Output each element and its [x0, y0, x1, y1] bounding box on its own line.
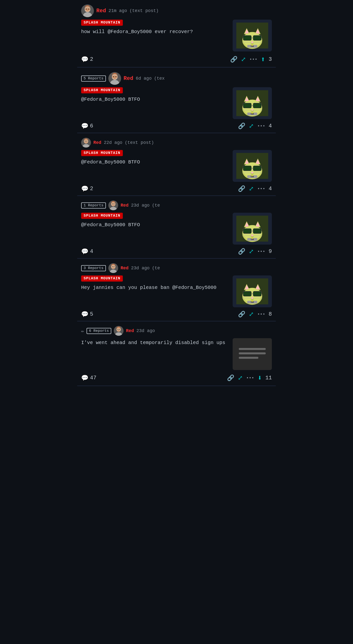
topic-tag[interactable]: SPLASH MOUNTAIN [81, 213, 123, 219]
post-actions: 💬 4 🔗 ⤢ ••• 9 [81, 248, 272, 255]
post-thumbnail: CIA [233, 87, 272, 119]
actions-right: 🔗 ⤢ ••• 9 [238, 248, 272, 255]
svg-point-73 [251, 112, 254, 114]
link-icon[interactable]: 🔗 [238, 248, 246, 255]
username[interactable]: Red [120, 266, 128, 270]
comment-icon[interactable]: 💬 [81, 248, 88, 255]
svg-point-129 [114, 266, 114, 267]
avatar [108, 263, 118, 273]
topic-tag[interactable]: SPLASH MOUNTAIN [81, 276, 123, 282]
upvote-icon[interactable]: ⬆ [261, 55, 265, 64]
more-icon[interactable]: ••• [249, 57, 257, 62]
report-badge: 5 Reports [81, 76, 106, 82]
username[interactable]: Red [94, 140, 101, 145]
post-actions: 💬 5 🔗 ⤢ ••• 8 [81, 311, 272, 318]
post-card-6: ✏️ 6 Reports Red 23d ago I've went ahead… [77, 322, 276, 386]
svg-point-118 [251, 234, 253, 236]
post-card-4: 1 Reports Red 23d ago (te SPLASH MOUNTAI… [77, 196, 276, 258]
post-header: 3 Reports Red 23d ago (te [81, 263, 272, 273]
post-actions: 💬 47 🔗 ⤢ ••• ⬇ 11 [81, 374, 272, 382]
comment-icon[interactable]: 💬 [81, 374, 88, 382]
post-text-area: I've went ahead and temporarily disabled… [81, 338, 230, 346]
comment-count: 47 [90, 375, 96, 381]
post-thumbnail: CIA [233, 276, 272, 307]
post-card-1: Red 21m ago (text post) SPLASH MOUNTAIN … [77, 0, 276, 67]
svg-point-92 [251, 172, 253, 173]
post-card-3: Red 22d ago (text post) SPLASH MOUNTAIN … [77, 133, 276, 196]
svg-point-76 [85, 141, 86, 142]
comment-action[interactable]: 💬 2 [81, 185, 93, 192]
post-actions: 💬 6 🔗 ⤢ ••• 4 [81, 122, 272, 130]
vote-count: 4 [269, 123, 272, 129]
vote-count: 9 [269, 248, 272, 254]
post-text: how will @Fedora_Boy5000 ever recover? [81, 28, 230, 36]
actions-right: 🔗 ⤢ ••• 4 [238, 122, 272, 130]
svg-rect-91 [254, 166, 261, 170]
post-body: SPLASH MOUNTAIN @Fedora_Boy5000 BTFO [81, 213, 272, 244]
username[interactable]: Red [124, 76, 133, 82]
avatar [81, 4, 94, 17]
more-icon[interactable]: ••• [257, 186, 265, 192]
actions-right: 🔗 ⤢ ••• 4 [238, 185, 272, 192]
expand-icon[interactable]: ⤢ [249, 122, 254, 130]
post-text-area: SPLASH MOUNTAIN @Fedora_Boy5000 BTFO [81, 150, 230, 166]
username[interactable]: Red [126, 328, 134, 333]
comment-icon[interactable]: 💬 [81, 56, 88, 63]
more-icon[interactable]: ••• [257, 312, 265, 317]
link-icon[interactable]: 🔗 [238, 185, 246, 192]
post-body: SPLASH MOUNTAIN Hey jannies can you plea… [81, 276, 272, 307]
expand-icon[interactable]: ⤢ [238, 374, 243, 382]
svg-point-103 [114, 204, 114, 204]
topic-tag[interactable]: SPLASH MOUNTAIN [81, 87, 123, 93]
avatar [108, 72, 121, 85]
post-header: ✏️ 6 Reports Red 23d ago [81, 326, 272, 336]
post-body: I've went ahead and temporarily disabled… [81, 338, 272, 370]
link-icon[interactable]: 🔗 [238, 311, 246, 318]
expand-icon[interactable]: ⤢ [249, 248, 254, 255]
expand-icon[interactable]: ⤢ [249, 311, 254, 318]
comment-icon[interactable]: 💬 [81, 311, 88, 318]
svg-point-127 [111, 265, 116, 269]
vote-count: 8 [269, 311, 272, 317]
svg-rect-90 [244, 166, 251, 170]
post-text: Hey jannies can you please ban @Fedora_B… [81, 284, 230, 291]
comment-icon[interactable]: 💬 [81, 122, 88, 130]
vote-count: 3 [269, 56, 272, 62]
post-text: I've went ahead and temporarily disabled… [81, 339, 230, 346]
actions-right: 🔗 ⤢ ••• ⬆ 3 [230, 55, 272, 64]
link-icon[interactable]: 🔗 [227, 374, 234, 382]
svg-point-75 [84, 139, 88, 144]
comment-action[interactable]: 💬 4 [81, 248, 93, 255]
more-icon[interactable]: ••• [257, 124, 265, 129]
comment-action[interactable]: 💬 47 [81, 374, 96, 382]
actions-right: 🔗 ⤢ ••• 8 [238, 311, 272, 318]
comment-action[interactable]: 💬 6 [81, 122, 93, 130]
downvote-icon[interactable]: ⬇ [258, 374, 262, 382]
svg-point-155 [119, 329, 120, 330]
svg-rect-143 [254, 292, 261, 296]
more-icon[interactable]: ••• [246, 376, 254, 380]
post-header: 5 Reports Red 6d ago (tex [81, 72, 272, 85]
more-icon[interactable]: ••• [257, 249, 265, 254]
avatar [108, 200, 118, 210]
svg-point-22 [86, 8, 87, 10]
topic-tag[interactable]: SPLASH MOUNTAIN [81, 20, 123, 26]
comment-icon[interactable]: 💬 [81, 185, 88, 192]
username[interactable]: Red [96, 8, 106, 14]
topic-tag[interactable]: SPLASH MOUNTAIN [81, 150, 123, 156]
expand-icon[interactable]: ⤢ [241, 56, 246, 63]
post-text-area: SPLASH MOUNTAIN Hey jannies can you plea… [81, 276, 230, 291]
post-body: SPLASH MOUNTAIN @Fedora_Boy5000 BTFO [81, 150, 272, 182]
username[interactable]: Red [120, 203, 128, 208]
post-header: Red 22d ago (text post) [81, 138, 272, 148]
comment-count: 5 [90, 311, 93, 317]
comment-action[interactable]: 💬 5 [81, 311, 93, 318]
expand-icon[interactable]: ⤢ [249, 185, 254, 192]
comment-action[interactable]: 💬 2 [81, 56, 93, 63]
post-text: @Fedora_Boy5000 BTFO [81, 96, 230, 103]
post-type: (tex [154, 76, 164, 81]
svg-point-21 [85, 8, 90, 10]
link-icon[interactable]: 🔗 [230, 56, 238, 63]
post-type: (te [152, 266, 160, 270]
link-icon[interactable]: 🔗 [238, 122, 246, 130]
